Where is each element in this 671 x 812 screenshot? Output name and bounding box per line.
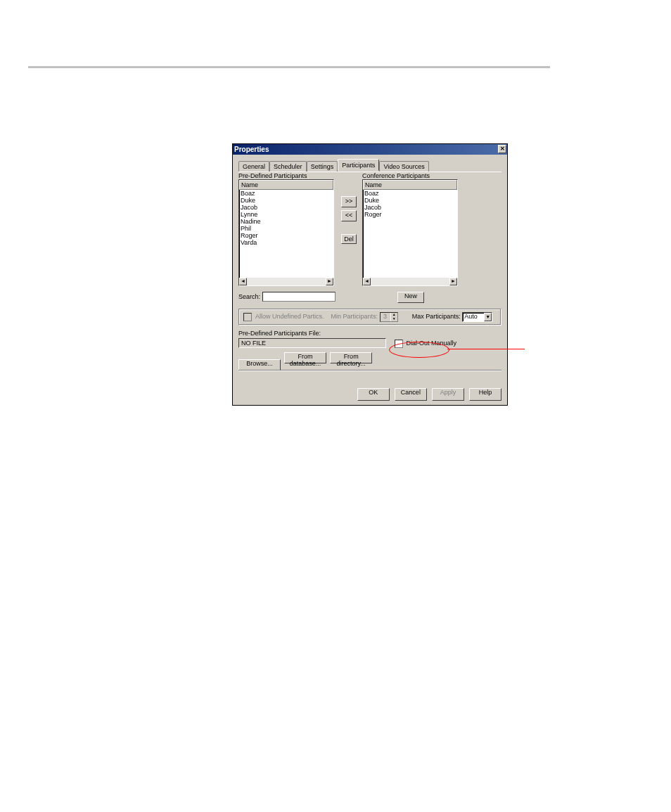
chevron-down-icon: ▼ xyxy=(390,317,397,321)
predefined-file-label: Pre-Defined Participants File: xyxy=(238,330,321,337)
participants-options-group: Allow Undefined Partics. Min Participant… xyxy=(238,309,501,326)
dial-out-checkbox[interactable] xyxy=(395,340,403,348)
dialog-title: Properties xyxy=(234,146,269,153)
scroll-track[interactable] xyxy=(371,278,449,285)
close-icon[interactable]: ✕ xyxy=(498,145,506,153)
list-item[interactable]: Jacob xyxy=(364,204,457,211)
tab-video-sources[interactable]: Video Sources xyxy=(379,161,428,172)
allow-undefined-checkbox xyxy=(243,313,252,321)
min-participants-label: Min Participants: xyxy=(331,313,378,320)
cancel-button[interactable]: Cancel xyxy=(395,388,427,401)
dialog-button-row: OK Cancel Apply Help xyxy=(354,387,501,401)
list-item[interactable]: Duke xyxy=(241,197,333,204)
max-participants-value: Auto xyxy=(463,313,484,321)
ok-button[interactable]: OK xyxy=(357,388,390,401)
add-button[interactable]: >> xyxy=(341,196,357,207)
list-item[interactable]: Boaz xyxy=(241,190,333,197)
remove-button[interactable]: << xyxy=(341,210,357,221)
dialog-body: General Scheduler Settings Participants … xyxy=(233,155,507,387)
min-participants-value: 3 xyxy=(381,313,390,321)
list-item[interactable]: Duke xyxy=(364,197,457,204)
allow-undefined-label: Allow Undefined Partics. xyxy=(255,313,324,320)
conference-listbox[interactable]: Name Boaz Duke Jacob Roger ◄ ► xyxy=(362,179,458,286)
scroll-left-icon[interactable]: ◄ xyxy=(239,278,247,285)
search-row: Search: xyxy=(238,292,336,302)
tab-general[interactable]: General xyxy=(238,161,269,172)
predefined-file-field[interactable]: NO FILE xyxy=(238,338,386,348)
max-participants-label: Max Participants: xyxy=(412,313,461,320)
participants-panel: Pre-Defined Participants Name Boaz Duke … xyxy=(238,172,501,387)
chevron-down-icon[interactable]: ▼ xyxy=(484,313,492,321)
scroll-right-icon[interactable]: ► xyxy=(326,278,333,285)
list-item[interactable]: Varda xyxy=(241,239,333,246)
search-input[interactable] xyxy=(262,292,336,302)
dial-out-label: Dial-Out Manually xyxy=(407,340,457,347)
help-button[interactable]: Help xyxy=(469,388,501,401)
predefined-list-header[interactable]: Name xyxy=(239,180,333,190)
conference-list-body[interactable]: Boaz Duke Jacob Roger xyxy=(363,190,457,278)
tab-strip: General Scheduler Settings Participants … xyxy=(238,159,501,172)
apply-button: Apply xyxy=(432,388,464,401)
dial-out-manually[interactable]: Dial-Out Manually xyxy=(395,340,456,348)
page-divider xyxy=(28,66,550,68)
file-buttons-row: Browse... From database... From director… xyxy=(238,352,373,370)
from-directory-button[interactable]: From directory... xyxy=(330,352,372,363)
list-item[interactable]: Nadine xyxy=(241,218,333,225)
from-database-button[interactable]: From database... xyxy=(284,352,326,363)
predefined-list-body[interactable]: Boaz Duke Jacob Lynne Nadine Phil Roger … xyxy=(239,190,333,278)
list-item[interactable]: Lynne xyxy=(241,211,333,218)
list-item[interactable]: Jacob xyxy=(241,204,333,211)
tab-settings[interactable]: Settings xyxy=(307,161,338,172)
list-item[interactable]: Boaz xyxy=(364,190,457,197)
predefined-hscroll[interactable]: ◄ ► xyxy=(239,278,333,285)
new-button[interactable]: New xyxy=(397,292,424,303)
min-participants-spinner: 3 ▲▼ xyxy=(380,312,398,322)
delete-button[interactable]: Del xyxy=(341,234,357,244)
conference-column: Conference Participants Name Boaz Duke J… xyxy=(362,172,458,286)
separator xyxy=(238,370,501,371)
browse-button[interactable]: Browse... xyxy=(238,359,281,370)
list-item[interactable]: Roger xyxy=(241,232,333,239)
tab-scheduler[interactable]: Scheduler xyxy=(269,161,307,172)
search-label: Search: xyxy=(238,293,260,300)
conference-hscroll[interactable]: ◄ ► xyxy=(363,278,457,285)
predefined-listbox[interactable]: Name Boaz Duke Jacob Lynne Nadine Phil R… xyxy=(238,179,334,286)
transfer-buttons: >> << Del xyxy=(341,196,357,247)
title-bar: Properties ✕ xyxy=(233,144,507,155)
max-participants-select[interactable]: Auto ▼ xyxy=(462,312,492,322)
scroll-left-icon[interactable]: ◄ xyxy=(363,278,371,285)
list-item[interactable]: Phil xyxy=(241,225,333,232)
conference-list-header[interactable]: Name xyxy=(363,180,457,190)
predefined-column: Pre-Defined Participants Name Boaz Duke … xyxy=(238,172,334,286)
predefined-label: Pre-Defined Participants xyxy=(238,172,334,179)
conference-label: Conference Participants xyxy=(362,172,458,179)
properties-dialog: Properties ✕ General Scheduler Settings … xyxy=(232,143,508,406)
tab-participants[interactable]: Participants xyxy=(338,159,379,171)
list-item[interactable]: Roger xyxy=(364,211,457,218)
scroll-track[interactable] xyxy=(247,278,326,285)
scroll-right-icon[interactable]: ► xyxy=(449,278,457,285)
